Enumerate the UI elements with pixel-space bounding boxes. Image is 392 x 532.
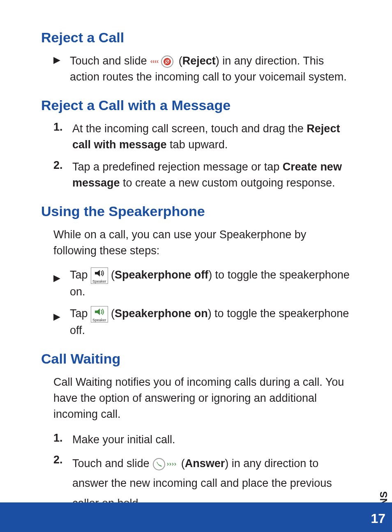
text-fragment: At the incoming call screen, touch and d… — [72, 122, 307, 135]
step-text: At the incoming call screen, touch and d… — [72, 121, 351, 153]
bullet-text: Touch and slide (Reject) in a — [70, 53, 351, 85]
page-number: 17 — [371, 511, 385, 526]
bold-label: Speakerphone off — [115, 269, 208, 281]
svg-point-6 — [153, 458, 165, 470]
heading-reject-message: Reject a Call with a Message — [41, 97, 351, 113]
section-speakerphone: Using the Speakerphone While on a call, … — [41, 203, 351, 339]
text-fragment: ) to toggle the speakerphone off. — [70, 307, 349, 336]
step-text: Tap a predefined rejection message or ta… — [72, 159, 351, 191]
bullet-item: ▶ Tap Speaker (Speakerphone off) to togg… — [53, 267, 351, 300]
svg-marker-5 — [95, 309, 100, 315]
heading-call-waiting: Call Waiting — [41, 351, 351, 367]
icon-caption: Speaker — [92, 318, 106, 322]
list-number: 1. — [53, 121, 72, 153]
triangle-bullet-icon: ▶ — [53, 53, 70, 85]
numbered-item: 1. Make your initial call. — [53, 432, 351, 448]
bold-label: Answer — [185, 457, 225, 470]
bullet-text: Tap Speaker (Speakerphone on) to toggle … — [70, 306, 351, 339]
numbered-item: 2. Tap a predefined rejection message or… — [53, 159, 351, 191]
manual-page: Reject a Call ▶ Touch and slide — [0, 0, 392, 532]
text-fragment: ) to toggle the speakerphone on. — [70, 269, 350, 298]
numbered-item: 1. At the incoming call screen, touch an… — [53, 121, 351, 153]
text-fragment: tab upward. — [167, 138, 228, 151]
speaker-off-icon: Speaker — [91, 267, 108, 284]
section-reject-call: Reject a Call ▶ Touch and slide — [41, 30, 351, 85]
text-fragment: Tap — [70, 269, 91, 281]
bold-label: Speakerphone on — [115, 307, 208, 320]
text-fragment: to create a new custom outgoing response… — [120, 177, 335, 189]
reject-call-icon — [150, 55, 175, 68]
text-fragment: Tap — [70, 307, 91, 320]
svg-marker-4 — [95, 270, 100, 276]
icon-caption: Speaker — [92, 280, 106, 283]
heading-speakerphone: Using the Speakerphone — [41, 203, 351, 219]
bold-label: Reject — [182, 55, 216, 67]
footer-bar: 17 — [0, 502, 392, 532]
section-call-waiting: Call Waiting Call Waiting notifies you o… — [41, 351, 351, 513]
speaker-on-icon: Speaker — [91, 306, 108, 322]
triangle-bullet-icon: ▶ — [53, 267, 70, 300]
text-fragment: Touch and slide — [72, 457, 152, 470]
section-reject-message: Reject a Call with a Message 1. At the i… — [41, 97, 351, 191]
list-number: 2. — [53, 159, 72, 191]
bullet-item: ▶ Tap Speaker (Speakerphone on) to toggl… — [53, 306, 351, 339]
text-fragment: Touch and slide — [70, 55, 150, 67]
text-fragment: Tap a predefined rejection message or ta… — [72, 161, 283, 173]
intro-text: While on a call, you can use your Speake… — [53, 227, 351, 259]
list-number: 1. — [53, 432, 72, 448]
answer-call-icon — [152, 458, 178, 471]
heading-reject-call: Reject a Call — [41, 30, 351, 46]
bullet-text: Tap Speaker (Speakerphone off) to toggle… — [70, 267, 351, 300]
triangle-bullet-icon: ▶ — [53, 306, 70, 339]
bullet-item: ▶ Touch and slide — [53, 53, 351, 85]
step-text: Make your initial call. — [72, 432, 175, 448]
intro-text: Call Waiting notifies you of incoming ca… — [53, 374, 351, 422]
